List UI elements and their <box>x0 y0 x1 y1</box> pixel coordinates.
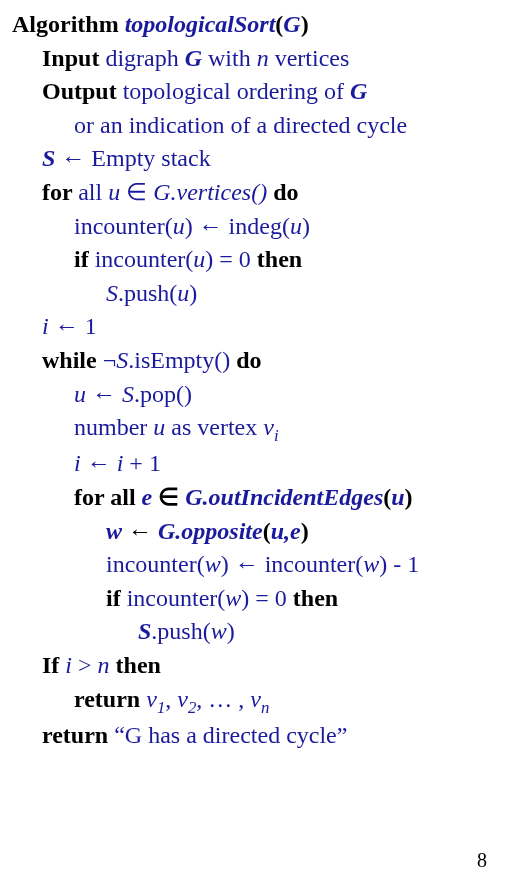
g-vertices: G.vertices() <box>153 179 267 205</box>
keyword-algorithm: Algorithm <box>12 11 125 37</box>
input-n: n <box>257 45 269 71</box>
v1: v <box>146 686 157 712</box>
page-number: 8 <box>477 846 487 874</box>
comma1: , <box>165 686 177 712</box>
keyword-output: Output <box>42 78 123 104</box>
push-close: ) <box>189 280 197 306</box>
gt-symbol: > <box>72 652 98 678</box>
var-s-2: S <box>106 280 118 306</box>
paren-close-3: ) <box>301 518 309 544</box>
line-push-u: S.push(u) <box>12 277 501 311</box>
as-vertex: as vertex <box>165 414 263 440</box>
push-close-2: ) <box>227 618 235 644</box>
incounter-1: incounter( <box>74 213 173 239</box>
arrow: ← <box>55 145 91 171</box>
input-text-2: with <box>202 45 257 71</box>
i-3: i <box>65 652 72 678</box>
incounter-3: incounter( <box>106 551 205 577</box>
eq-zero: ) = 0 <box>205 246 257 272</box>
u-5: u <box>74 381 86 407</box>
line-for-vertices: for all u ∈ G.vertices() do <box>12 176 501 210</box>
line-if-final: If i > n then <box>12 649 501 683</box>
keyword-if: if <box>74 246 95 272</box>
output-text: topological ordering of <box>123 78 350 104</box>
line-i-inc: i ← i + 1 <box>12 447 501 481</box>
var-e: e <box>142 484 153 510</box>
w-3: w <box>225 585 241 611</box>
line-opposite: w ← G.opposite(u,e) <box>12 515 501 549</box>
in-symbol: ∈ <box>120 179 153 205</box>
comma2: , … , <box>196 686 250 712</box>
keyword-for: for <box>42 179 78 205</box>
keyword-if-2: if <box>106 585 127 611</box>
line-return-cycle: return “G has a directed cycle” <box>12 719 501 753</box>
pop: .pop() <box>134 381 192 407</box>
n-2: n <box>98 652 110 678</box>
assign-1: ← 1 <box>49 313 97 339</box>
line-i-init: i ← 1 <box>12 310 501 344</box>
u-7: u <box>391 484 404 510</box>
input-g: G <box>185 45 202 71</box>
input-text-3: vertices <box>269 45 350 71</box>
line-return-order: return v1, v2, … , vn <box>12 683 501 719</box>
var-w: w <box>106 518 122 544</box>
algo-name: topologicalSort <box>125 11 276 37</box>
keyword-if-3: If <box>42 652 65 678</box>
sub1: 1 <box>157 697 165 716</box>
for-all-2: all <box>110 484 141 510</box>
subn: n <box>261 697 269 716</box>
line-for-edges: for all e ∈ G.outIncidentEdges(u) <box>12 481 501 515</box>
eq-zero-2: ) = 0 <box>241 585 293 611</box>
u-3: u <box>193 246 205 272</box>
w-1: w <box>205 551 221 577</box>
algorithm-block: Algorithm topologicalSort(G) Input digra… <box>12 8 501 880</box>
keyword-for-2: for <box>74 484 110 510</box>
keyword-while: while <box>42 347 103 373</box>
line-push-w: S.push(w) <box>12 615 501 649</box>
keyword-then: then <box>257 246 302 272</box>
line-pop: u ← S.pop() <box>12 378 501 412</box>
v2: v <box>177 686 188 712</box>
paren-close-2: ) <box>405 484 413 510</box>
u-4: u <box>177 280 189 306</box>
output-g: G <box>350 78 367 104</box>
var-s: S <box>42 145 55 171</box>
line-if-zero-1: if incounter(u) = 0 then <box>12 243 501 277</box>
line-incounter-dec: incounter(w) ← incounter(w) - 1 <box>12 548 501 582</box>
keyword-do-2: do <box>236 347 261 373</box>
paren-open-3: ( <box>263 518 271 544</box>
keyword-return-1: return <box>74 686 146 712</box>
i-1: i <box>74 450 81 476</box>
arg-g: G <box>283 11 300 37</box>
cycle-text: “G has a directed cycle” <box>114 722 347 748</box>
vn: v <box>250 686 261 712</box>
neg-symbol: ¬ <box>103 347 117 373</box>
arrow-2: ← <box>86 381 122 407</box>
u-6: u <box>153 414 165 440</box>
for-all: all <box>78 179 108 205</box>
keyword-input: Input <box>42 45 105 71</box>
line-if-zero-2: if incounter(w) = 0 then <box>12 582 501 616</box>
push-open-2: .push( <box>151 618 210 644</box>
minus-1: ) - 1 <box>379 551 419 577</box>
keyword-return-2: return <box>42 722 114 748</box>
u-1: u <box>173 213 185 239</box>
line-algorithm: Algorithm topologicalSort(G) <box>12 8 501 42</box>
sub-i: i <box>274 426 279 445</box>
v-i: v <box>263 414 274 440</box>
w-2: w <box>363 551 379 577</box>
line-while: while ¬S.isEmpty() do <box>12 344 501 378</box>
var-s-5: S <box>138 618 151 644</box>
line-incounter-init: incounter(u) ← indeg(u) <box>12 210 501 244</box>
g-opposite: G.opposite <box>158 518 263 544</box>
line-output-1: Output topological ordering of G <box>12 75 501 109</box>
push-open: .push( <box>118 280 177 306</box>
w-4: w <box>211 618 227 644</box>
var-i: i <box>42 313 49 339</box>
input-text-1: digraph <box>105 45 184 71</box>
output-text-2: or an indication of a directed cycle <box>74 112 407 138</box>
isempty: .isEmpty() <box>128 347 236 373</box>
var-s-3: S <box>116 347 128 373</box>
line-number: number u as vertex vi <box>12 411 501 447</box>
g-out-edges: G.outIncidentEdges <box>185 484 383 510</box>
